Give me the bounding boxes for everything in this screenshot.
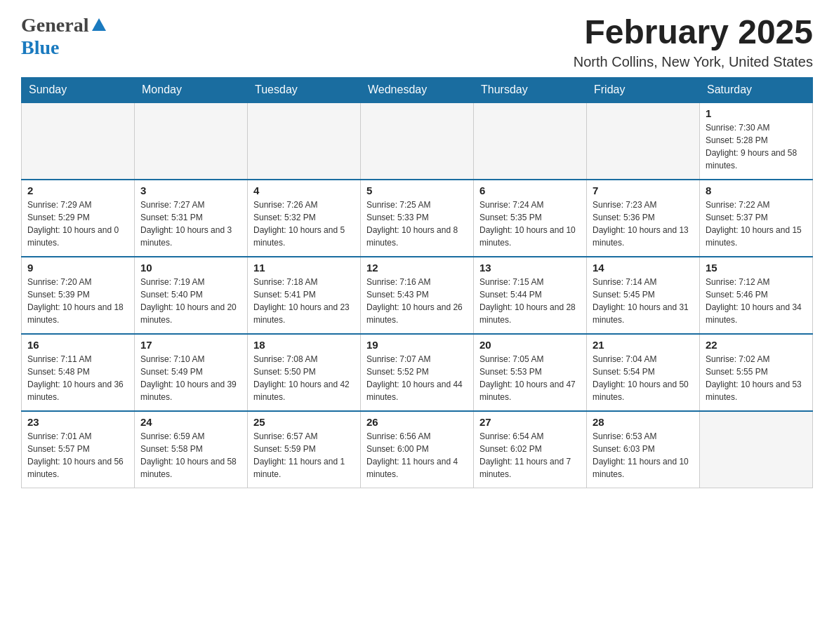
day-info: Sunrise: 7:12 AMSunset: 5:46 PMDaylight:… — [706, 276, 807, 326]
svg-marker-0 — [92, 18, 106, 31]
day-number: 17 — [140, 339, 241, 351]
calendar-cell: 5Sunrise: 7:25 AMSunset: 5:33 PMDaylight… — [361, 180, 474, 257]
day-number: 10 — [140, 262, 241, 274]
day-number: 27 — [479, 416, 581, 428]
calendar-week-row: 1Sunrise: 7:30 AMSunset: 5:28 PMDaylight… — [22, 102, 813, 180]
day-number: 4 — [253, 185, 355, 196]
day-number: 15 — [706, 262, 807, 274]
calendar-cell: 19Sunrise: 7:07 AMSunset: 5:52 PMDayligh… — [361, 334, 474, 411]
day-info: Sunrise: 7:10 AMSunset: 5:49 PMDaylight:… — [140, 353, 241, 403]
day-info: Sunrise: 7:04 AMSunset: 5:54 PMDaylight:… — [593, 353, 694, 403]
calendar-table: SundayMondayTuesdayWednesdayThursdayFrid… — [21, 77, 813, 489]
day-info: Sunrise: 7:11 AMSunset: 5:48 PMDaylight:… — [27, 353, 128, 403]
title-area: February 2025 North Collins, New York, U… — [574, 14, 813, 70]
calendar-cell — [587, 102, 700, 180]
calendar-header-wednesday: Wednesday — [361, 77, 474, 102]
calendar-header-thursday: Thursday — [474, 77, 587, 102]
day-number: 11 — [253, 262, 355, 274]
calendar-header-tuesday: Tuesday — [248, 77, 361, 102]
day-number: 1 — [706, 107, 807, 119]
day-number: 25 — [253, 416, 355, 428]
calendar-cell: 22Sunrise: 7:02 AMSunset: 5:55 PMDayligh… — [700, 334, 813, 411]
calendar-cell: 10Sunrise: 7:19 AMSunset: 5:40 PMDayligh… — [135, 257, 248, 334]
day-number: 7 — [593, 185, 694, 196]
day-number: 12 — [366, 262, 468, 274]
calendar-cell: 26Sunrise: 6:56 AMSunset: 6:00 PMDayligh… — [361, 411, 474, 488]
day-info: Sunrise: 7:16 AMSunset: 5:43 PMDaylight:… — [366, 276, 468, 326]
calendar-cell: 20Sunrise: 7:05 AMSunset: 5:53 PMDayligh… — [474, 334, 587, 411]
day-info: Sunrise: 7:15 AMSunset: 5:44 PMDaylight:… — [479, 276, 581, 326]
calendar-cell: 27Sunrise: 6:54 AMSunset: 6:02 PMDayligh… — [474, 411, 587, 488]
calendar-cell: 6Sunrise: 7:24 AMSunset: 5:35 PMDaylight… — [474, 180, 587, 257]
calendar-cell: 23Sunrise: 7:01 AMSunset: 5:57 PMDayligh… — [22, 411, 135, 488]
calendar-week-row: 2Sunrise: 7:29 AMSunset: 5:29 PMDaylight… — [22, 180, 813, 257]
day-info: Sunrise: 7:26 AMSunset: 5:32 PMDaylight:… — [253, 199, 355, 249]
day-info: Sunrise: 7:01 AMSunset: 5:57 PMDaylight:… — [27, 430, 128, 481]
calendar-cell — [248, 102, 361, 180]
logo-blue-text: Blue — [21, 36, 59, 58]
calendar-cell: 13Sunrise: 7:15 AMSunset: 5:44 PMDayligh… — [474, 257, 587, 334]
day-info: Sunrise: 7:25 AMSunset: 5:33 PMDaylight:… — [366, 199, 468, 249]
calendar-cell: 11Sunrise: 7:18 AMSunset: 5:41 PMDayligh… — [248, 257, 361, 334]
calendar-cell — [135, 102, 248, 180]
calendar-cell: 17Sunrise: 7:10 AMSunset: 5:49 PMDayligh… — [135, 334, 248, 411]
day-number: 19 — [366, 339, 468, 351]
day-number: 26 — [366, 416, 468, 428]
day-info: Sunrise: 7:02 AMSunset: 5:55 PMDaylight:… — [706, 353, 807, 403]
day-number: 2 — [27, 185, 128, 196]
day-number: 6 — [479, 185, 581, 196]
day-info: Sunrise: 7:05 AMSunset: 5:53 PMDaylight:… — [479, 353, 581, 403]
day-number: 24 — [140, 416, 241, 428]
day-info: Sunrise: 6:56 AMSunset: 6:00 PMDaylight:… — [366, 430, 468, 481]
logo-triangle-icon — [92, 18, 106, 34]
page-header: General Blue February 2025 North Collins… — [21, 14, 813, 70]
day-number: 18 — [253, 339, 355, 351]
calendar-header-sunday: Sunday — [22, 77, 135, 102]
day-info: Sunrise: 7:19 AMSunset: 5:40 PMDaylight:… — [140, 276, 241, 326]
calendar-cell — [22, 102, 135, 180]
calendar-cell — [700, 411, 813, 488]
day-number: 16 — [27, 339, 128, 351]
calendar-cell: 24Sunrise: 6:59 AMSunset: 5:58 PMDayligh… — [135, 411, 248, 488]
day-info: Sunrise: 7:29 AMSunset: 5:29 PMDaylight:… — [27, 199, 128, 249]
day-info: Sunrise: 7:08 AMSunset: 5:50 PMDaylight:… — [253, 353, 355, 403]
day-info: Sunrise: 7:23 AMSunset: 5:36 PMDaylight:… — [593, 199, 694, 249]
calendar-cell: 9Sunrise: 7:20 AMSunset: 5:39 PMDaylight… — [22, 257, 135, 334]
day-info: Sunrise: 7:14 AMSunset: 5:45 PMDaylight:… — [593, 276, 694, 326]
calendar-cell: 2Sunrise: 7:29 AMSunset: 5:29 PMDaylight… — [22, 180, 135, 257]
day-number: 21 — [593, 339, 694, 351]
day-info: Sunrise: 6:53 AMSunset: 6:03 PMDaylight:… — [593, 430, 694, 481]
calendar-cell: 21Sunrise: 7:04 AMSunset: 5:54 PMDayligh… — [587, 334, 700, 411]
calendar-cell: 12Sunrise: 7:16 AMSunset: 5:43 PMDayligh… — [361, 257, 474, 334]
calendar-cell: 3Sunrise: 7:27 AMSunset: 5:31 PMDaylight… — [135, 180, 248, 257]
calendar-header-row: SundayMondayTuesdayWednesdayThursdayFrid… — [22, 77, 813, 102]
day-number: 28 — [593, 416, 694, 428]
logo-general-text: General — [21, 14, 88, 36]
calendar-cell: 8Sunrise: 7:22 AMSunset: 5:37 PMDaylight… — [700, 180, 813, 257]
day-number: 8 — [706, 185, 807, 196]
day-number: 5 — [366, 185, 468, 196]
calendar-cell: 14Sunrise: 7:14 AMSunset: 5:45 PMDayligh… — [587, 257, 700, 334]
calendar-week-row: 23Sunrise: 7:01 AMSunset: 5:57 PMDayligh… — [22, 411, 813, 488]
day-info: Sunrise: 7:30 AMSunset: 5:28 PMDaylight:… — [706, 121, 807, 172]
calendar-cell — [361, 102, 474, 180]
day-number: 3 — [140, 185, 241, 196]
calendar-cell: 25Sunrise: 6:57 AMSunset: 5:59 PMDayligh… — [248, 411, 361, 488]
calendar-week-row: 16Sunrise: 7:11 AMSunset: 5:48 PMDayligh… — [22, 334, 813, 411]
month-title: February 2025 — [574, 14, 813, 51]
day-number: 9 — [27, 262, 128, 274]
calendar-header-friday: Friday — [587, 77, 700, 102]
day-info: Sunrise: 7:27 AMSunset: 5:31 PMDaylight:… — [140, 199, 241, 249]
calendar-header-monday: Monday — [135, 77, 248, 102]
calendar-cell: 18Sunrise: 7:08 AMSunset: 5:50 PMDayligh… — [248, 334, 361, 411]
day-number: 13 — [479, 262, 581, 274]
calendar-cell: 28Sunrise: 6:53 AMSunset: 6:03 PMDayligh… — [587, 411, 700, 488]
location: North Collins, New York, United States — [574, 54, 813, 70]
calendar-cell: 15Sunrise: 7:12 AMSunset: 5:46 PMDayligh… — [700, 257, 813, 334]
day-number: 22 — [706, 339, 807, 351]
day-number: 14 — [593, 262, 694, 274]
day-info: Sunrise: 6:57 AMSunset: 5:59 PMDaylight:… — [253, 430, 355, 481]
calendar-cell — [474, 102, 587, 180]
calendar-cell: 1Sunrise: 7:30 AMSunset: 5:28 PMDaylight… — [700, 102, 813, 180]
calendar-cell: 4Sunrise: 7:26 AMSunset: 5:32 PMDaylight… — [248, 180, 361, 257]
